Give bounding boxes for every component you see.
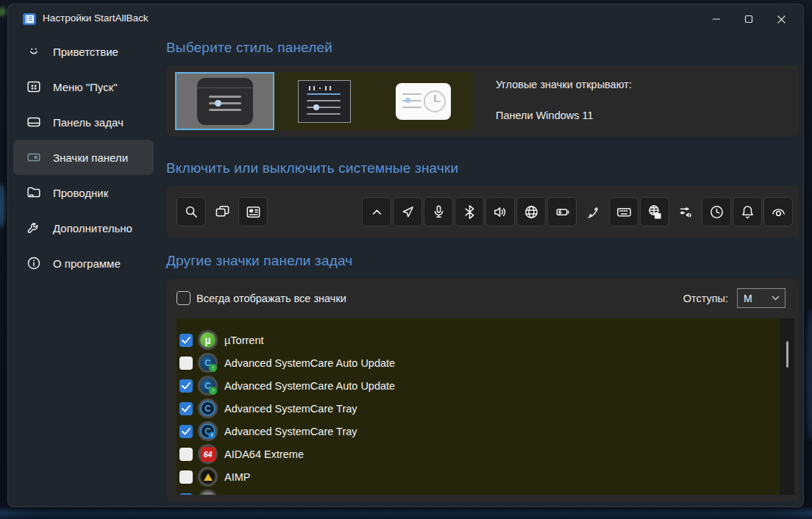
- task-view-icon: [214, 204, 231, 221]
- advanced-systemcare-update-icon: C↑: [200, 378, 216, 393]
- app-label: Advanced SystemCare Tray: [224, 426, 357, 437]
- sidebar-item-advanced[interactable]: Дополнительно: [8, 210, 159, 246]
- tray-app-row[interactable]: AIMP: [179, 465, 777, 488]
- tray-app-row[interactable]: [179, 488, 777, 495]
- sidebar-item-label: О программе: [53, 257, 121, 270]
- microphone-toggle[interactable]: [424, 197, 453, 226]
- sidebar-item-taskbar[interactable]: Панель задач: [8, 104, 159, 140]
- style-preview-light: [396, 83, 451, 120]
- close-icon: [777, 15, 786, 24]
- app-checkbox[interactable]: [179, 379, 193, 393]
- style-tile-light[interactable]: [374, 72, 473, 130]
- sidebar-item-label: Приветствие: [53, 46, 118, 58]
- desktop-wallpaper-spot: [0, 7, 6, 16]
- tray-app-row[interactable]: Ci Advanced SystemCare Tray: [179, 420, 777, 443]
- app-label: Advanced SystemCare Auto Update: [224, 357, 395, 369]
- language-icon: A: [647, 204, 663, 221]
- network-globe-icon: [523, 204, 540, 221]
- panel-style-card: Угловые значки открывают: Панели Windows…: [166, 65, 799, 137]
- spacing-value: М: [738, 293, 772, 304]
- titlebar[interactable]: Настройки StartAllBack: [8, 4, 803, 34]
- app-checkbox[interactable]: [179, 334, 193, 347]
- location-icon: [399, 204, 416, 221]
- advanced-systemcare-tray-icon: C: [200, 401, 216, 416]
- sidebar: Приветствие Меню "Пуск" Панель задач Зна…: [8, 34, 159, 507]
- minimize-icon: [712, 15, 721, 24]
- clock-preview-icon: [424, 90, 446, 112]
- tray-app-row[interactable]: C Advanced SystemCare Tray: [179, 397, 777, 420]
- sidebar-item-tray-icons[interactable]: Значки панели: [13, 140, 154, 175]
- corner-icons-label: Угловые значки открывают:: [496, 79, 632, 90]
- scrollbar-track[interactable]: [780, 318, 794, 495]
- show-all-icons-checkbox[interactable]: [177, 291, 190, 305]
- maximize-button[interactable]: [733, 4, 765, 34]
- sidebar-item-explorer[interactable]: Проводник: [8, 175, 159, 210]
- maximize-icon: [744, 15, 753, 24]
- style-tile-modern[interactable]: [175, 72, 274, 130]
- info-badge-icon: i: [208, 432, 216, 439]
- app-checkbox[interactable]: [179, 448, 193, 461]
- clock-toggle[interactable]: [702, 197, 731, 226]
- system-icons-card: A: [166, 186, 799, 237]
- corner-icons-value[interactable]: Панели Windows 11: [496, 110, 594, 121]
- spacing-dropdown[interactable]: М: [737, 288, 786, 308]
- tray-app-row[interactable]: C↑ Advanced SystemCare Auto Update: [179, 351, 777, 374]
- tray-app-row[interactable]: C↑ Advanced SystemCare Auto Update: [179, 374, 777, 397]
- notifications-toggle[interactable]: [733, 197, 762, 226]
- tray-apps-list[interactable]: µ µTorrent C↑ Advanced SystemCare Auto U…: [177, 318, 794, 495]
- volume-mixer-icon: [677, 204, 694, 221]
- info-icon: [26, 255, 42, 271]
- tray-app-row[interactable]: µ µTorrent: [179, 329, 777, 351]
- app-checkbox[interactable]: [179, 470, 193, 484]
- aimp-icon: [200, 469, 216, 484]
- desktop-wallpaper: [0, 506, 812, 519]
- startallback-icon: [23, 12, 36, 26]
- chevron-up-icon: [368, 204, 385, 221]
- style-tile-segmented[interactable]: [274, 72, 374, 130]
- network-toggle[interactable]: [516, 197, 546, 226]
- close-button[interactable]: [765, 4, 797, 34]
- startallback-settings-window: Настройки StartAllBack Приветствие Меню …: [7, 4, 804, 507]
- bluetooth-icon: [461, 204, 478, 221]
- sidebar-item-about[interactable]: О программе: [8, 246, 159, 281]
- style-tiles: [175, 72, 473, 130]
- volume-toggle[interactable]: [485, 197, 515, 226]
- bluetooth-toggle[interactable]: [455, 197, 484, 226]
- pen-icon: [585, 204, 602, 221]
- app-checkbox[interactable]: [179, 425, 193, 438]
- pen-toggle[interactable]: [578, 197, 608, 226]
- notifications-bell-icon: [739, 204, 756, 221]
- show-all-icons-label: Всегда отображать все значки: [196, 293, 346, 304]
- app-checkbox[interactable]: [179, 357, 193, 370]
- sidebar-item-start-menu[interactable]: Меню "Пуск": [8, 69, 159, 104]
- app-label: Advanced SystemCare Tray: [224, 403, 357, 415]
- search-icon: [183, 204, 200, 221]
- tray-app-row[interactable]: 64 AIDA64 Extreme: [179, 443, 777, 465]
- desktop-wallpaper-spot: [0, 184, 5, 228]
- content-area: Выберите стиль панелей: [159, 34, 803, 507]
- tray-icons-icon: [26, 149, 42, 165]
- scrollbar-thumb[interactable]: [786, 341, 789, 368]
- widgets-toggle[interactable]: [238, 197, 268, 226]
- app-checkbox[interactable]: [179, 402, 193, 415]
- search-toggle[interactable]: [177, 197, 206, 226]
- widgets-icon: [245, 204, 262, 221]
- language-toggle[interactable]: A: [640, 197, 669, 226]
- task-view-toggle[interactable]: [207, 197, 237, 226]
- quiet-hours-toggle[interactable]: [763, 197, 793, 226]
- keyboard-icon: [616, 204, 633, 221]
- battery-toggle[interactable]: [547, 197, 577, 226]
- folder-icon: [26, 185, 42, 201]
- minimize-button[interactable]: [700, 4, 733, 34]
- app-label: AIDA64 Extreme: [224, 448, 304, 460]
- chevron-up-toggle[interactable]: [362, 197, 391, 226]
- location-toggle[interactable]: [393, 197, 422, 226]
- app-checkbox[interactable]: [179, 493, 193, 495]
- start-menu-icon: [26, 79, 42, 95]
- update-badge-icon: ↑: [209, 364, 217, 372]
- volume-mixer-toggle[interactable]: [671, 197, 700, 226]
- chevron-down-icon: [772, 296, 780, 301]
- utorrent-icon: µ: [200, 332, 216, 348]
- sidebar-item-welcome[interactable]: Приветствие: [8, 34, 159, 69]
- keyboard-toggle[interactable]: [609, 197, 638, 226]
